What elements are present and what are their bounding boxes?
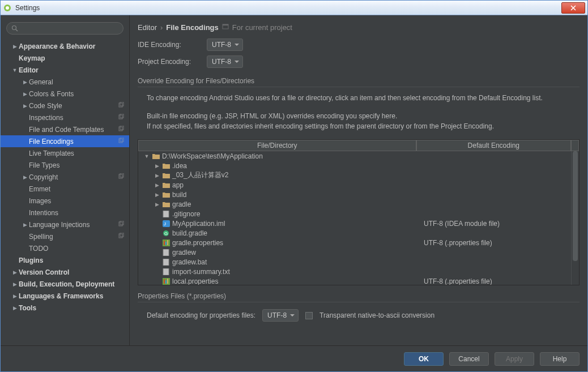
sidebar-item-label: File and Code Templates: [29, 126, 118, 134]
ide-encoding-dropdown[interactable]: UTF-8: [207, 39, 243, 51]
sidebar-item-build-execution-deployment[interactable]: ▶Build, Execution, Deployment: [1, 278, 129, 290]
sidebar-item-code-style[interactable]: ▶Code Style: [1, 100, 129, 112]
col-header-file[interactable]: File/Directory: [138, 140, 416, 151]
table-row[interactable]: ▶.idea: [138, 161, 571, 170]
sidebar-item-file-types[interactable]: File Types: [1, 159, 129, 171]
svg-rect-19: [223, 24, 228, 25]
table-row[interactable]: ▶app: [138, 180, 571, 190]
breadcrumb: Editor › File Encodings For current proj…: [130, 15, 587, 36]
window-title: Settings: [15, 4, 561, 12]
chevron-right-icon: ▶: [21, 222, 29, 228]
scrollbar-thumb[interactable]: [573, 151, 578, 261]
dialog-footer: OK Cancel Apply Help: [1, 345, 587, 371]
sidebar-item-label: File Types: [29, 161, 126, 169]
table-row[interactable]: .gitignore: [138, 209, 571, 219]
svg-rect-29: [167, 240, 168, 245]
sidebar-item-label: Copyright: [29, 173, 118, 181]
sidebar-item-tools[interactable]: ▶Tools: [1, 302, 129, 314]
table-row[interactable]: gradlew.bat: [138, 257, 571, 267]
chevron-right-icon: ▶: [21, 91, 29, 97]
gradle-icon: G: [162, 229, 170, 237]
svg-rect-13: [120, 173, 123, 177]
svg-rect-32: [163, 259, 169, 266]
svg-rect-34: [163, 268, 169, 275]
chevron-right-icon: ▶: [154, 192, 160, 198]
sidebar-item-intentions[interactable]: Intentions: [1, 207, 129, 219]
close-button[interactable]: [561, 2, 585, 14]
encoding-table: File/Directory Default Encoding ▼D:\Work…: [138, 139, 580, 285]
chevron-down-icon: ▼: [11, 67, 19, 73]
table-row[interactable]: gradle.propertiesUTF-8 (.properties file…: [138, 238, 571, 247]
sidebar-item-file-and-code-templates[interactable]: File and Code Templates: [1, 123, 129, 135]
breadcrumb-editor: Editor: [138, 23, 157, 32]
props-default-dropdown[interactable]: UTF-8: [262, 309, 299, 322]
table-row[interactable]: ▼D:\WorkSpace\test\MyApplication: [138, 151, 571, 161]
file-name: gradle.properties: [172, 239, 223, 247]
svg-rect-28: [165, 242, 167, 245]
col-header-encoding[interactable]: Default Encoding: [416, 140, 571, 151]
svg-rect-12: [119, 174, 122, 178]
sidebar-item-images[interactable]: Images: [1, 195, 129, 207]
sidebar-item-general[interactable]: ▶General: [1, 76, 129, 88]
sidebar-item-emmet[interactable]: Emmet: [1, 183, 129, 195]
file-name: app: [172, 181, 184, 189]
caret-down-icon: [235, 61, 239, 63]
properties-section-title: Properties Files (*.properties): [138, 292, 580, 302]
sidebar-item-label: Live Templates: [29, 149, 126, 157]
table-scrollbar[interactable]: [571, 151, 579, 285]
native-to-ascii-checkbox[interactable]: [305, 312, 313, 319]
sidebar-item-language-injections[interactable]: ▶Language Injections: [1, 219, 129, 230]
apply-button[interactable]: Apply: [495, 352, 534, 366]
file-name: local.properties: [172, 277, 218, 285]
sidebar-item-colors-fonts[interactable]: ▶Colors & Fonts: [1, 88, 129, 100]
file-icon: [162, 268, 170, 276]
sidebar-item-label: General: [29, 78, 126, 86]
sidebar-item-spelling[interactable]: Spelling: [1, 230, 129, 242]
table-row[interactable]: ▶_03_人品计算器v2: [138, 170, 571, 180]
table-row[interactable]: ▶build: [138, 190, 571, 199]
file-name: _03_人品计算器v2: [172, 170, 228, 180]
cancel-button[interactable]: Cancel: [449, 352, 489, 366]
sidebar-item-keymap[interactable]: Keymap: [1, 52, 129, 64]
sidebar-item-live-templates[interactable]: Live Templates: [1, 147, 129, 159]
sidebar-item-plugins[interactable]: Plugins: [1, 254, 129, 266]
project-encoding-dropdown[interactable]: UTF-8: [207, 55, 243, 68]
sidebar-search-input[interactable]: [6, 22, 123, 35]
caret-down-icon: [290, 314, 295, 317]
sidebar-item-languages-frameworks[interactable]: ▶Languages & Frameworks: [1, 290, 129, 302]
help-button[interactable]: Help: [540, 352, 580, 366]
settings-sidebar: ▶Appearance & BehaviorKeymap▼Editor▶Gene…: [1, 15, 130, 345]
file-icon: [162, 210, 170, 218]
ide-encoding-label: IDE Encoding:: [138, 41, 201, 49]
table-row[interactable]: ▶gradle: [138, 199, 571, 209]
sidebar-item-todo[interactable]: TODO: [1, 242, 129, 254]
sidebar-item-label: Appearance & Behavior: [19, 42, 126, 50]
sidebar-item-label: Intentions: [29, 209, 126, 217]
svg-rect-17: [120, 233, 123, 237]
settings-tree: ▶Appearance & BehaviorKeymap▼Editor▶Gene…: [1, 40, 129, 345]
table-row[interactable]: Gbuild.gradle: [138, 228, 571, 238]
sidebar-item-appearance-behavior[interactable]: ▶Appearance & Behavior: [1, 40, 129, 52]
sidebar-item-inspections[interactable]: Inspections: [1, 112, 129, 123]
sidebar-item-copyright[interactable]: ▶Copyright: [1, 171, 129, 183]
project-encoding-label: Project Encoding:: [138, 58, 201, 66]
table-row[interactable]: local.propertiesUTF-8 (.properties file): [138, 276, 571, 285]
copy-icon: [118, 233, 126, 241]
sidebar-item-label: Editor: [19, 66, 126, 74]
table-row[interactable]: gradlew: [138, 247, 571, 257]
sidebar-item-version-control[interactable]: ▶Version Control: [1, 266, 129, 278]
folder-icon: [162, 181, 170, 189]
chevron-down-icon: ▼: [144, 153, 150, 159]
sidebar-item-editor[interactable]: ▼Editor: [1, 64, 129, 76]
table-row[interactable]: import-summary.txt: [138, 267, 571, 276]
svg-rect-8: [119, 127, 122, 131]
file-name: gradle: [172, 200, 191, 208]
table-row[interactable]: JMyApplication.imlUTF-8 (IDEA module fil…: [138, 219, 571, 228]
sidebar-item-file-encodings[interactable]: File Encodings: [1, 135, 129, 147]
ok-button[interactable]: OK: [404, 352, 444, 366]
override-help-1: To change encoding Android Studio uses f…: [147, 93, 580, 103]
app-icon: [3, 3, 12, 12]
sidebar-item-label: Plugins: [19, 256, 126, 264]
chevron-right-icon: ▶: [11, 44, 19, 49]
iml-icon: J: [162, 220, 170, 228]
